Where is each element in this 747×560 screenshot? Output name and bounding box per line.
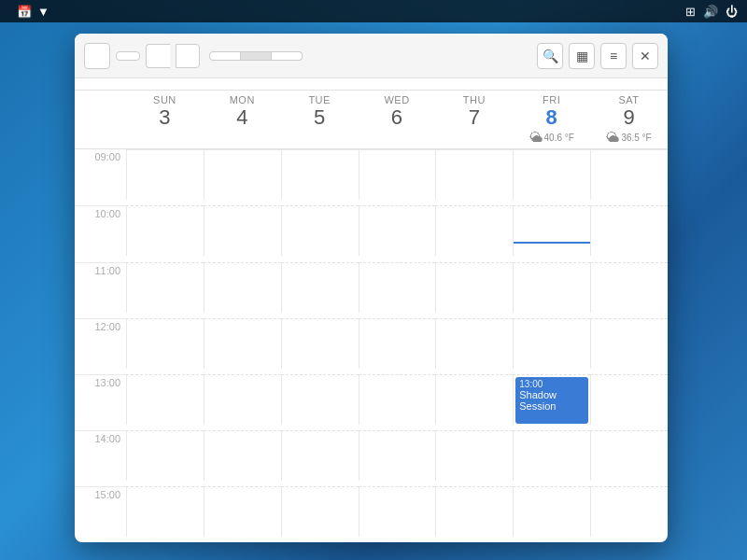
day-cell-1-hour-5[interactable]	[204, 430, 281, 481]
weather-info: 🌥 40.6 °F	[514, 130, 588, 145]
time-label-1200: 12:00	[75, 318, 126, 369]
network-icon: ⊞	[685, 5, 696, 19]
day-cell-5-hour-1[interactable]	[513, 205, 590, 256]
day-header-sat: SAT9 🌥 36.5 °F	[590, 91, 668, 148]
day-cell-6-hour-1[interactable]	[590, 205, 668, 256]
day-cell-2-hour-1[interactable]	[281, 205, 359, 256]
day-cell-0-hour-0[interactable]	[126, 149, 204, 200]
event-title: Shadow Session	[519, 389, 585, 412]
day-name: THU	[437, 94, 511, 105]
calendar-icon: 📅	[17, 5, 32, 19]
day-cell-4-hour-2[interactable]	[435, 262, 513, 313]
day-cell-0-hour-3[interactable]	[126, 318, 204, 369]
day-cell-3-hour-3[interactable]	[359, 318, 436, 369]
day-cell-2-hour-6[interactable]	[281, 486, 359, 537]
calendar-header	[75, 78, 668, 91]
day-cell-0-hour-6[interactable]	[126, 486, 204, 537]
menu-button[interactable]: ≡	[600, 43, 627, 69]
view-buttons	[209, 51, 303, 61]
grid-button[interactable]: ▦	[569, 43, 595, 69]
day-number: 3	[128, 105, 202, 130]
day-cell-5-hour-3[interactable]	[513, 318, 590, 369]
close-icon: ✕	[640, 49, 651, 63]
day-name: FRI	[514, 94, 588, 105]
month-view-button[interactable]	[241, 51, 272, 61]
day-cell-2-hour-0[interactable]	[281, 149, 359, 200]
day-cell-2-hour-5[interactable]	[281, 430, 359, 481]
day-cell-0-hour-5[interactable]	[126, 430, 204, 481]
day-cell-5-hour-5[interactable]	[513, 430, 590, 481]
day-cell-1-hour-6[interactable]	[204, 486, 281, 537]
day-cell-2-hour-4[interactable]	[281, 374, 359, 425]
day-cell-4-hour-0[interactable]	[435, 149, 513, 200]
day-cell-4-hour-1[interactable]	[435, 205, 513, 256]
day-cell-3-hour-2[interactable]	[359, 262, 436, 313]
day-cell-1-hour-3[interactable]	[204, 318, 281, 369]
day-cell-0-hour-1[interactable]	[126, 205, 204, 256]
week-view-button[interactable]	[209, 51, 241, 61]
search-button[interactable]: 🔍	[537, 43, 563, 69]
day-cell-6-hour-6[interactable]	[590, 486, 668, 537]
day-name: SAT	[592, 94, 666, 105]
day-cell-3-hour-6[interactable]	[359, 486, 436, 537]
weather-info: 🌥 36.5 °F	[592, 130, 666, 145]
day-cell-4-hour-5[interactable]	[435, 430, 513, 481]
day-header-wed: WED6	[359, 91, 436, 148]
add-event-button[interactable]	[84, 43, 110, 69]
calendar-window: 🔍 ▦ ≡ ✕ SUN3MON4TUE5WED6THU7FRI8 🌥	[75, 34, 668, 542]
day-cell-3-hour-1[interactable]	[359, 205, 436, 256]
weather-icon: 🌥	[606, 130, 619, 145]
year-view-button[interactable]	[272, 51, 303, 61]
today-button[interactable]	[116, 51, 140, 61]
time-column-spacer	[75, 91, 126, 148]
day-cell-5-hour-6[interactable]	[513, 486, 590, 537]
time-label-1400: 14:00	[75, 430, 126, 481]
day-cell-3-hour-5[interactable]	[359, 430, 436, 481]
day-cell-6-hour-4[interactable]	[590, 374, 668, 425]
day-cell-3-hour-4[interactable]	[359, 374, 436, 425]
day-cell-6-hour-3[interactable]	[590, 318, 668, 369]
day-cell-3-hour-0[interactable]	[359, 149, 436, 200]
day-cell-4-hour-6[interactable]	[435, 486, 513, 537]
day-cell-6-hour-5[interactable]	[590, 430, 668, 481]
day-cell-0-hour-4[interactable]	[126, 374, 204, 425]
day-cell-0-hour-2[interactable]	[126, 262, 204, 313]
volume-icon: 🔊	[703, 5, 718, 19]
prev-button[interactable]	[146, 44, 170, 68]
day-cell-1-hour-2[interactable]	[204, 262, 281, 313]
menu-icon: ≡	[610, 49, 617, 63]
close-button[interactable]: ✕	[632, 43, 658, 69]
day-cell-4-hour-3[interactable]	[435, 318, 513, 369]
day-header-tue: TUE5	[281, 91, 359, 148]
day-cell-6-hour-2[interactable]	[590, 262, 668, 313]
next-button[interactable]	[176, 44, 200, 68]
weather-temp: 36.5 °F	[621, 133, 651, 143]
topbar-left: 📅 ▼	[9, 5, 49, 19]
day-header-mon: MON4	[204, 91, 281, 148]
day-cell-5-hour-2[interactable]	[513, 262, 590, 313]
day-number: 7	[437, 105, 511, 130]
day-header-fri: FRI8 🌥 40.6 °F	[513, 91, 590, 148]
day-cell-1-hour-0[interactable]	[204, 149, 281, 200]
day-cell-1-hour-4[interactable]	[204, 374, 281, 425]
day-name: WED	[360, 94, 434, 105]
day-cell-2-hour-3[interactable]	[281, 318, 359, 369]
calendar-event-shadow-session[interactable]: 13:00 Shadow Session	[515, 377, 588, 424]
dropdown-arrow-icon[interactable]: ▼	[37, 5, 49, 19]
weather-temp: 40.6 °F	[544, 133, 574, 143]
time-label-0900: 09:00	[75, 149, 126, 200]
time-label-1100: 11:00	[75, 262, 126, 313]
day-headers: SUN3MON4TUE5WED6THU7FRI8 🌥 40.6 °F SAT9 …	[75, 91, 668, 149]
day-number: 8	[514, 105, 588, 130]
day-number: 6	[360, 105, 434, 130]
day-cell-1-hour-1[interactable]	[204, 205, 281, 256]
day-cell-5-hour-4[interactable]: 13:00 Shadow Session	[513, 374, 590, 425]
day-name: TUE	[283, 94, 357, 105]
day-cell-4-hour-4[interactable]	[435, 374, 513, 425]
day-cell-6-hour-0[interactable]	[590, 149, 668, 200]
day-name: MON	[205, 94, 279, 105]
day-cell-5-hour-0[interactable]	[513, 149, 590, 200]
time-grid[interactable]: 09:0010:0011:0012:0013:0013:00 Shadow Se…	[75, 149, 668, 542]
search-icon: 🔍	[543, 49, 558, 63]
day-cell-2-hour-2[interactable]	[281, 262, 359, 313]
